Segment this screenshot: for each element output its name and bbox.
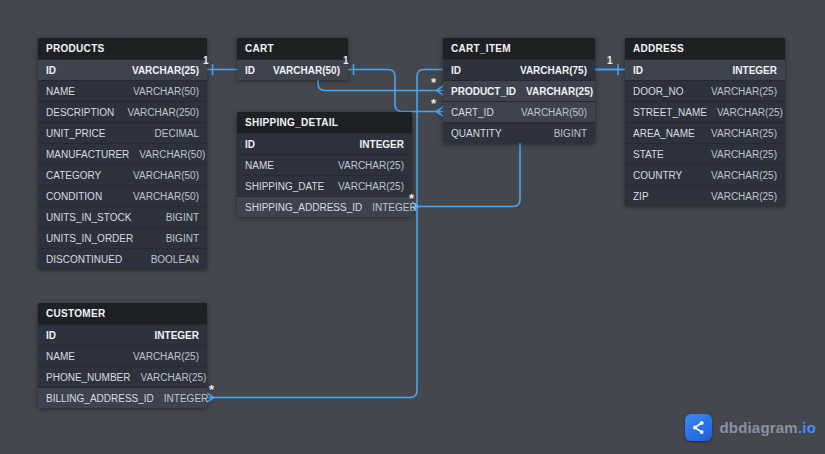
- table-row-shipping_detail-id[interactable]: IDINTEGER: [237, 133, 412, 154]
- column-name: COUNTRY: [633, 170, 682, 181]
- table-row-address-id[interactable]: IDINTEGER: [625, 59, 785, 80]
- cardinality-many-label: *: [209, 383, 214, 396]
- column-type: VARCHAR(50): [139, 149, 205, 160]
- column-type: VARCHAR(25): [338, 160, 404, 171]
- table-customer[interactable]: CUSTOMERIDINTEGERNAMEVARCHAR(25)PHONE_NU…: [38, 303, 207, 408]
- column-type: VARCHAR(25): [338, 181, 404, 192]
- table-row-address-zip[interactable]: ZIPVARCHAR(25): [625, 185, 785, 206]
- table-row-customer-billing_address_id[interactable]: BILLING_ADDRESS_IDINTEGER: [38, 387, 207, 408]
- table-row-shipping_detail-shipping_date[interactable]: SHIPPING_DATEVARCHAR(25): [237, 175, 412, 196]
- column-name: UNITS_IN_ORDER: [46, 233, 133, 244]
- table-header-products[interactable]: PRODUCTS: [38, 38, 207, 59]
- column-name: ID: [451, 65, 461, 76]
- column-type: VARCHAR(25): [711, 149, 777, 160]
- column-type: BIGINT: [166, 212, 199, 223]
- column-name: ID: [46, 65, 56, 76]
- table-header-shipping_detail[interactable]: SHIPPING_DETAIL: [237, 112, 412, 133]
- column-name: QUANTITY: [451, 128, 502, 139]
- column-type: VARCHAR(25): [711, 191, 777, 202]
- column-name: NAME: [245, 160, 274, 171]
- cardinality-many-label: *: [431, 97, 436, 110]
- table-row-products-category[interactable]: CATEGORYVARCHAR(50): [38, 164, 207, 185]
- table-header-cart[interactable]: CART: [237, 38, 348, 59]
- column-name: PRODUCT_ID: [451, 86, 516, 97]
- column-type: INTEGER: [164, 393, 208, 404]
- table-shipping_detail[interactable]: SHIPPING_DETAILIDINTEGERNAMEVARCHAR(25)S…: [237, 112, 412, 217]
- table-row-products-name[interactable]: NAMEVARCHAR(50): [38, 80, 207, 101]
- column-type: INTEGER: [360, 139, 404, 150]
- table-products[interactable]: PRODUCTSIDVARCHAR(25)NAMEVARCHAR(50)DESC…: [38, 38, 207, 269]
- table-row-address-door_no[interactable]: DOOR_NOVARCHAR(25): [625, 80, 785, 101]
- logo-text: dbdiagram.io: [719, 419, 816, 436]
- column-name: CONDITION: [46, 191, 102, 202]
- table-row-products-discontinued[interactable]: DISCONTINUEDBOOLEAN: [38, 248, 207, 269]
- table-row-cart_item-id[interactable]: IDVARCHAR(75): [443, 59, 595, 80]
- table-row-cart_item-cart_id[interactable]: CART_IDVARCHAR(50): [443, 101, 595, 122]
- table-row-shipping_detail-shipping_address_id[interactable]: SHIPPING_ADDRESS_IDINTEGER: [237, 196, 412, 217]
- column-type: BOOLEAN: [151, 254, 199, 265]
- column-name: ID: [46, 330, 56, 341]
- table-header-cart_item[interactable]: CART_ITEM: [443, 38, 595, 59]
- column-type: INTEGER: [155, 330, 199, 341]
- column-type: BIGINT: [554, 128, 587, 139]
- logo-text-name: dbdiagram: [719, 419, 797, 436]
- diagram-canvas[interactable]: PRODUCTSIDVARCHAR(25)NAMEVARCHAR(50)DESC…: [0, 0, 825, 454]
- column-name: ID: [245, 65, 255, 76]
- table-row-address-state[interactable]: STATEVARCHAR(25): [625, 143, 785, 164]
- table-row-cart-id[interactable]: IDVARCHAR(50): [237, 59, 348, 80]
- column-name: UNIT_PRICE: [46, 128, 105, 139]
- column-type: VARCHAR(50): [521, 107, 587, 118]
- table-row-customer-id[interactable]: IDINTEGER: [38, 324, 207, 345]
- column-type: VARCHAR(25): [132, 65, 199, 76]
- column-type: VARCHAR(25): [711, 170, 777, 181]
- column-type: VARCHAR(25): [526, 86, 593, 97]
- table-row-products-unit_price[interactable]: UNIT_PRICEDECIMAL: [38, 122, 207, 143]
- table-row-shipping_detail-name[interactable]: NAMEVARCHAR(25): [237, 154, 412, 175]
- table-row-products-id[interactable]: IDVARCHAR(25): [38, 59, 207, 80]
- cardinality-one-label: 1: [203, 56, 209, 66]
- table-row-products-description[interactable]: DESCRIPTIONVARCHAR(250): [38, 101, 207, 122]
- column-type: VARCHAR(25): [133, 351, 199, 362]
- share-icon: [685, 414, 712, 441]
- table-row-address-area_name[interactable]: AREA_NAMEVARCHAR(25): [625, 122, 785, 143]
- column-type: VARCHAR(25): [140, 372, 206, 383]
- column-type: VARCHAR(25): [711, 128, 777, 139]
- column-name: DISCONTINUED: [46, 254, 122, 265]
- column-name: DESCRIPTION: [46, 107, 114, 118]
- table-row-address-country[interactable]: COUNTRYVARCHAR(25): [625, 164, 785, 185]
- column-name: NAME: [46, 351, 75, 362]
- column-name: NAME: [46, 86, 75, 97]
- cardinality-one-label: 1: [607, 56, 613, 66]
- table-row-products-condition[interactable]: CONDITIONVARCHAR(50): [38, 185, 207, 206]
- logo-text-tld: .io: [798, 419, 816, 436]
- column-type: VARCHAR(75): [520, 65, 587, 76]
- table-row-customer-phone_number[interactable]: PHONE_NUMBERVARCHAR(25): [38, 366, 207, 387]
- column-name: SHIPPING_DATE: [245, 181, 324, 192]
- column-name: ID: [245, 139, 255, 150]
- column-name: AREA_NAME: [633, 128, 695, 139]
- column-name: SHIPPING_ADDRESS_ID: [245, 202, 362, 213]
- table-cart[interactable]: CARTIDVARCHAR(50): [237, 38, 348, 80]
- column-type: VARCHAR(25): [717, 107, 783, 118]
- column-name: BILLING_ADDRESS_ID: [46, 393, 154, 404]
- table-row-address-street_name[interactable]: STREET_NAMEVARCHAR(25): [625, 101, 785, 122]
- cardinality-many-label: *: [409, 192, 414, 205]
- table-cart_item[interactable]: CART_ITEMIDVARCHAR(75)PRODUCT_IDVARCHAR(…: [443, 38, 595, 143]
- column-type: VARCHAR(50): [133, 170, 199, 181]
- table-row-cart_item-quantity[interactable]: QUANTITYBIGINT: [443, 122, 595, 143]
- column-type: INTEGER: [733, 65, 777, 76]
- table-header-customer[interactable]: CUSTOMER: [38, 303, 207, 324]
- table-row-products-units_in_order[interactable]: UNITS_IN_ORDERBIGINT: [38, 227, 207, 248]
- dbdiagram-logo[interactable]: dbdiagram.io: [685, 414, 816, 441]
- table-row-cart_item-product_id[interactable]: PRODUCT_IDVARCHAR(25): [443, 80, 595, 101]
- table-row-products-units_in_stock[interactable]: UNITS_IN_STOCKBIGINT: [38, 206, 207, 227]
- table-row-products-manufacturer[interactable]: MANUFACTURERVARCHAR(50): [38, 143, 207, 164]
- column-name: STREET_NAME: [633, 107, 707, 118]
- table-address[interactable]: ADDRESSIDINTEGERDOOR_NOVARCHAR(25)STREET…: [625, 38, 785, 206]
- column-name: STATE: [633, 149, 664, 160]
- table-header-address[interactable]: ADDRESS: [625, 38, 785, 59]
- column-type: VARCHAR(50): [133, 86, 199, 97]
- cardinality-many-label: *: [431, 76, 436, 89]
- column-type: VARCHAR(50): [273, 65, 340, 76]
- table-row-customer-name[interactable]: NAMEVARCHAR(25): [38, 345, 207, 366]
